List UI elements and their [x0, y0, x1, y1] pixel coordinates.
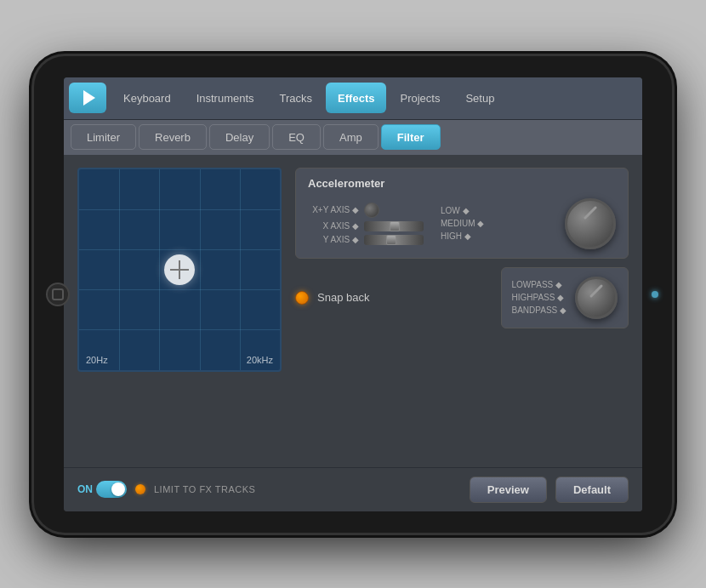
limit-indicator	[135, 484, 145, 494]
accel-slider-y-thumb	[386, 235, 396, 245]
tablet-screen: Keyboard Instruments Tracks Effects Proj…	[64, 77, 642, 511]
accel-label-xy: X+Y AXIS ◆	[308, 205, 359, 214]
accel-right-low: LOW ◆	[441, 206, 548, 215]
grid-h4	[79, 329, 280, 330]
accel-label-high: HIGH ◆	[441, 231, 492, 241]
accel-knob-xy[interactable]	[364, 203, 379, 218]
bottom-bar: ON LIMIT TO FX TRACKS Preview Default	[64, 467, 642, 511]
grid-h2	[79, 249, 280, 250]
eq-display[interactable]: 20Hz 20kHz	[77, 168, 282, 372]
tab-keyboard[interactable]: Keyboard	[111, 83, 183, 113]
effect-tab-delay[interactable]: Delay	[209, 124, 270, 150]
accel-left: X+Y AXIS ◆ X AXIS ◆	[308, 203, 424, 245]
accel-row-x: X AXIS ◆	[308, 221, 424, 231]
accel-label-low: LOW ◆	[441, 206, 492, 215]
effect-tab-filter[interactable]: Filter	[381, 124, 441, 150]
toggle-thumb	[111, 482, 125, 496]
grid-v3	[200, 169, 201, 370]
accel-label-y: Y AXIS ◆	[308, 235, 359, 244]
grid-v2	[159, 169, 160, 370]
snapback-row: Snap back LOWPASS ◆ HIGHPASS ◆ BANDPASS …	[295, 267, 629, 328]
accel-content: X+Y AXIS ◆ X AXIS ◆	[308, 198, 616, 249]
effects-sub-nav: Limiter Reverb Delay EQ Amp Filter	[64, 120, 642, 156]
effect-tab-amp[interactable]: Amp	[323, 124, 379, 150]
filter-content: LOWPASS ◆ HIGHPASS ◆ BANDPASS ◆	[512, 277, 618, 319]
accel-row-y: Y AXIS ◆	[308, 235, 424, 245]
snap-label: Snap back	[317, 291, 491, 304]
tab-setup[interactable]: Setup	[453, 83, 506, 113]
home-button[interactable]	[46, 283, 70, 306]
grid-h1	[79, 209, 280, 210]
preview-button[interactable]: Preview	[470, 477, 547, 503]
eq-freq-high: 20kHz	[247, 355, 273, 365]
eq-freq-low: 20Hz	[86, 355, 108, 365]
tab-projects[interactable]: Projects	[388, 83, 452, 113]
play-icon	[83, 90, 95, 106]
accel-right-high: HIGH ◆	[441, 231, 548, 241]
accel-label-medium: MEDIUM ◆	[441, 219, 492, 228]
filter-labels: LOWPASS ◆ HIGHPASS ◆ BANDPASS ◆	[512, 280, 567, 315]
tab-effects[interactable]: Effects	[326, 83, 386, 113]
filter-label-bandpass: BANDPASS ◆	[512, 305, 567, 315]
tablet-frame: Keyboard Instruments Tracks Effects Proj…	[34, 56, 672, 533]
grid-v4	[240, 169, 241, 370]
default-button[interactable]: Default	[555, 477, 629, 503]
eq-crosshair[interactable]	[164, 254, 195, 285]
snap-indicator	[295, 291, 309, 305]
right-led	[652, 291, 658, 298]
tab-instruments[interactable]: Instruments	[185, 83, 266, 113]
accel-right-medium: MEDIUM ◆	[441, 219, 548, 228]
accel-row-xy: X+Y AXIS ◆	[308, 203, 424, 218]
on-label: ON	[77, 483, 93, 495]
filter-box: LOWPASS ◆ HIGHPASS ◆ BANDPASS ◆	[501, 267, 629, 328]
right-panel: Accelerometer X+Y AXIS ◆ X AXIS ◆	[295, 168, 629, 455]
on-toggle: ON	[77, 481, 127, 498]
grid-h3	[79, 289, 280, 290]
effect-tab-eq[interactable]: EQ	[272, 124, 321, 150]
accelerometer-section: Accelerometer X+Y AXIS ◆ X AXIS ◆	[295, 168, 629, 259]
accel-slider-x[interactable]	[364, 221, 424, 231]
accel-right: LOW ◆ MEDIUM ◆ HIGH ◆	[441, 206, 548, 241]
tab-tracks[interactable]: Tracks	[268, 83, 325, 113]
accel-slider-y[interactable]	[364, 235, 424, 245]
accel-slider-x-thumb	[390, 221, 400, 231]
effect-tab-limiter[interactable]: Limiter	[71, 124, 136, 150]
effect-tab-reverb[interactable]: Reverb	[139, 124, 207, 150]
toggle-track[interactable]	[96, 481, 127, 498]
accelerometer-title: Accelerometer	[308, 177, 616, 190]
snapback-section: Snap back	[295, 291, 491, 305]
grid-v1	[119, 169, 120, 370]
filter-label-lowpass: LOWPASS ◆	[512, 280, 567, 289]
filter-label-highpass: HIGHPASS ◆	[512, 293, 567, 302]
accel-label-x: X AXIS ◆	[308, 221, 359, 231]
top-nav: Keyboard Instruments Tracks Effects Proj…	[64, 77, 642, 120]
main-content: 20Hz 20kHz Accelerometer X+Y AXIS ◆	[64, 156, 642, 467]
filter-knob[interactable]	[575, 277, 618, 319]
limit-label: LIMIT TO FX TRACKS	[154, 484, 461, 494]
home-button-inner	[52, 288, 64, 300]
accel-big-knob[interactable]	[565, 198, 616, 249]
crosshair-vertical	[179, 260, 180, 279]
play-button[interactable]	[69, 83, 106, 113]
